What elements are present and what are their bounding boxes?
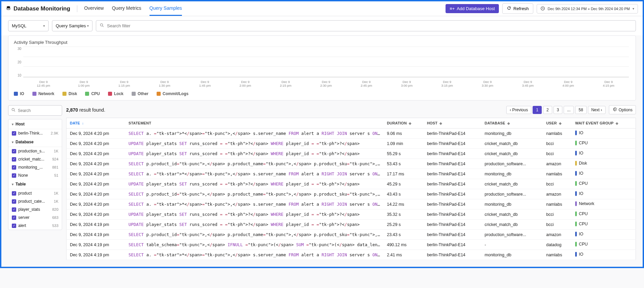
table-body: Dec 9, 2024 4:20 pmSELECT a. ="tk-star">… [66, 128, 636, 260]
view-dropdown[interactable]: Query Samples ▾ [52, 20, 92, 31]
cell-database: monitoring_db [481, 128, 543, 139]
cell-statement: SELECT a. ="tk-star">*</span>="tk-punc">… [125, 128, 383, 139]
page-58[interactable]: 58 [575, 106, 586, 114]
checkbox-icon[interactable]: ✓ [12, 215, 16, 220]
checkbox-icon[interactable]: ✓ [12, 173, 16, 178]
add-database-host-button[interactable]: ≡+ Add Database Host [446, 4, 499, 13]
cell-host: berlin-ThinkPad-E14 [424, 159, 481, 169]
table-row[interactable]: Dec 9, 2024 4:19 pmUPDATE player_stats S… [66, 220, 636, 230]
col-duration[interactable]: DURATION ◆ [383, 118, 424, 128]
page-prev[interactable]: ‹ Previous [506, 106, 531, 114]
table-row[interactable]: Dec 9, 2024 4:20 pmUPDATE player_stats S… [66, 179, 636, 189]
cell-wait: CPU [572, 179, 636, 189]
facet-item[interactable]: ✓cricket_matc...924 [8, 155, 62, 163]
chevron-down-icon: ▾ [12, 122, 14, 126]
cell-duration: 55.29 s [383, 149, 424, 159]
facet-label: player_stats [18, 207, 50, 212]
col-wait-event-group[interactable]: WAIT EVENT GROUP ◆ [572, 118, 636, 128]
cell-user: bcci [543, 139, 572, 149]
page-3[interactable]: 3 [554, 106, 563, 114]
table-row[interactable]: Dec 9, 2024 4:20 pmUPDATE player_stats S… [66, 209, 636, 220]
col-user[interactable]: USER ◆ [543, 118, 572, 128]
facet-item[interactable]: ✓production_s...1K [8, 147, 62, 155]
legend-item-commit-logs[interactable]: Commit/Logs [157, 91, 189, 96]
cell-host: berlin-ThinkPad-E14 [424, 139, 481, 149]
col-database[interactable]: DATABASE ◆ [481, 118, 543, 128]
results-area: 2,870 result found. ‹ Previous123...58Ne… [66, 105, 636, 260]
plot-area [23, 47, 629, 77]
nav-tab-query-samples[interactable]: Query Samples [150, 1, 182, 16]
facet-item[interactable]: ✓monitoring_...881 [8, 163, 62, 171]
cell-statement: SELECT table_schema="tk-punc">,</span> I… [125, 240, 383, 250]
table-row[interactable]: Dec 9, 2024 4:20 pmUPDATE player_stats S… [66, 149, 636, 159]
legend-item-io[interactable]: IO [14, 91, 24, 96]
checkbox-icon[interactable]: ✓ [12, 131, 16, 136]
nav-tab-query-metrics[interactable]: Query Metrics [112, 1, 141, 16]
checkbox-icon[interactable]: ✓ [12, 224, 16, 228]
cell-host: berlin-ThinkPad-E14 [424, 240, 481, 250]
facet-count: 51 [54, 173, 58, 177]
options-button[interactable]: Options [609, 105, 636, 114]
facet-item[interactable]: ✓product1K [8, 189, 62, 197]
page-next[interactable]: Next › [588, 106, 606, 114]
search-filter-input[interactable] [107, 23, 632, 28]
legend-item-lock[interactable]: Lock [108, 91, 124, 96]
table-row[interactable]: Dec 9, 2024 4:19 pmSELECT p.product_id="… [66, 230, 636, 240]
wait-color-bar [575, 222, 577, 226]
col-date[interactable]: DATE ↓ [66, 118, 125, 128]
checkbox-icon[interactable]: ✓ [12, 165, 16, 170]
legend-item-other[interactable]: Other [132, 91, 149, 96]
legend-item-network[interactable]: Network [32, 91, 54, 96]
cell-duration: 1.09 min [383, 139, 424, 149]
page-2[interactable]: 2 [543, 106, 552, 114]
facet-item[interactable]: ✓alert533 [8, 222, 62, 230]
nav-tab-overview[interactable]: Overview [84, 1, 104, 16]
cell-statement: UPDATE player_stats SET runs_scored = ="… [125, 220, 383, 230]
cell-user: bcci [543, 179, 572, 189]
checkbox-icon[interactable]: ✓ [12, 191, 16, 196]
table-row[interactable]: Dec 9, 2024 4:19 pmSELECT table_schema="… [66, 240, 636, 250]
page-1[interactable]: 1 [533, 106, 542, 114]
sort-desc-icon: ↓ [81, 121, 84, 125]
facet-search[interactable] [8, 105, 62, 116]
refresh-button[interactable]: Refresh [502, 3, 533, 14]
checkbox-icon[interactable]: ✓ [12, 199, 16, 204]
checkbox-icon[interactable]: ✓ [12, 157, 16, 162]
db-engine-dropdown[interactable]: MySQL ▾ [8, 20, 49, 31]
facet-count: 1K [54, 149, 58, 153]
table-row[interactable]: Dec 9, 2024 4:19 pmSELECT a. ="tk-star">… [66, 250, 636, 260]
table-row[interactable]: Dec 9, 2024 4:20 pmSELECT a. ="tk-star">… [66, 169, 636, 179]
facet-group-host[interactable]: ▾ Host [8, 119, 62, 129]
search-filter[interactable] [96, 20, 636, 31]
facet-group-table[interactable]: ▾ Table [8, 179, 62, 189]
cell-user: bcci [543, 220, 572, 230]
facet-item[interactable]: ✓server683 [8, 213, 62, 222]
facet-count: 820 [52, 207, 58, 211]
facet-item[interactable]: ✓berlin-Think...2.9K [8, 129, 62, 137]
col-statement[interactable]: STATEMENT [125, 118, 383, 128]
col-host[interactable]: HOST ◆ [424, 118, 481, 128]
table-row[interactable]: Dec 9, 2024 4:20 pmSELECT a. ="tk-star">… [66, 128, 636, 139]
facet-item[interactable]: ✓None51 [8, 171, 62, 179]
legend-item-cpu[interactable]: CPU [85, 91, 100, 96]
search-icon [11, 108, 16, 113]
table-row[interactable]: Dec 9, 2024 4:20 pmSELECT p.product_id="… [66, 189, 636, 199]
facet-search-input[interactable] [18, 108, 59, 113]
facet-item[interactable]: ✓product_cate...1K [8, 197, 62, 205]
table-row[interactable]: Dec 9, 2024 4:20 pmSELECT p.product_id="… [66, 159, 636, 169]
checkbox-icon[interactable]: ✓ [12, 149, 16, 153]
cell-statement: SELECT a. ="tk-star">*</span>="tk-punc">… [125, 169, 383, 179]
table-row[interactable]: Dec 9, 2024 4:20 pmSELECT a. ="tk-star">… [66, 199, 636, 209]
cell-user: amazon [543, 159, 572, 169]
page-...[interactable]: ... [564, 106, 574, 114]
facet-item[interactable]: ✓player_stats820 [8, 205, 62, 213]
cell-wait: CPU [572, 220, 636, 230]
table-row[interactable]: Dec 9, 2024 4:20 pmUPDATE player_stats S… [66, 139, 636, 149]
time-range-picker[interactable]: Dec 9th 2024 12:34 PM » Dec 9th 2024 04:… [537, 4, 638, 13]
throughput-chart[interactable]: 302010 Dec 912:45 pmDec 91:00 pmDec 91:1… [14, 47, 630, 84]
facet-label: berlin-Think... [18, 131, 49, 136]
legend-item-disk[interactable]: Disk [62, 91, 77, 96]
checkbox-icon[interactable]: ✓ [12, 207, 16, 212]
facet-group-database[interactable]: ▾ Database [8, 137, 62, 147]
plus-icon: ≡+ [450, 6, 455, 11]
